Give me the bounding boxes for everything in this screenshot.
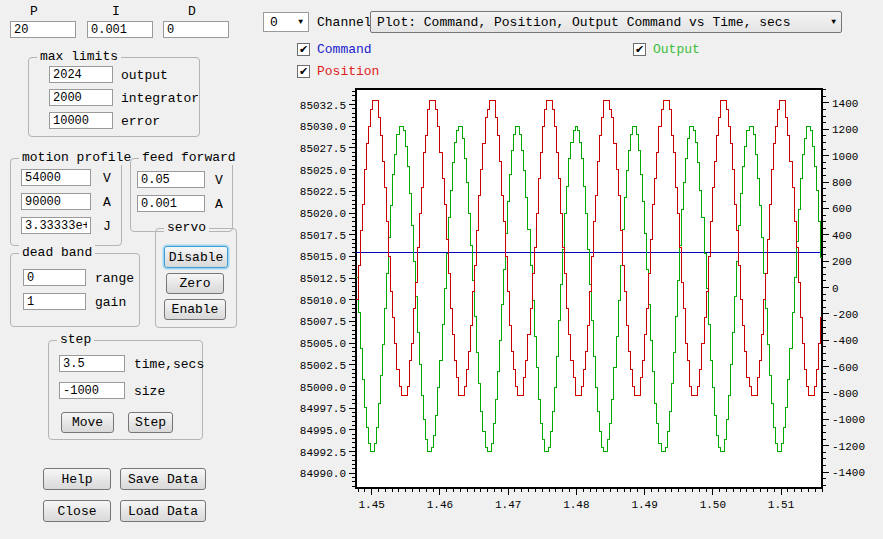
command-checkbox[interactable]: ✔: [297, 43, 310, 56]
move-button[interactable]: Move: [61, 412, 114, 433]
svg-text:85017.5: 85017.5: [300, 230, 346, 242]
svg-text:1.50: 1.50: [700, 499, 726, 511]
step-button[interactable]: Step: [128, 412, 173, 433]
svg-text:85027.5: 85027.5: [300, 143, 346, 155]
group-feed-forward-title: feed forward: [139, 150, 239, 165]
svg-text:85025.0: 85025.0: [300, 165, 346, 177]
servo-tuning-window: P I D max limits output integrator error…: [0, 0, 883, 539]
svg-text:85010.0: 85010.0: [300, 295, 346, 307]
checkmark-icon: ✔: [299, 43, 308, 56]
pid-i-label: I: [112, 4, 120, 19]
group-motion-profile-title: motion profile: [19, 150, 134, 165]
svg-text:85005.0: 85005.0: [300, 338, 346, 350]
output-label: Output: [653, 42, 700, 57]
max-output-input[interactable]: [49, 66, 113, 83]
step-time-input[interactable]: [59, 355, 125, 372]
step-size-label: size: [134, 384, 165, 399]
group-max-limits-title: max limits: [37, 49, 121, 64]
motion-velocity-label: V: [103, 171, 111, 186]
svg-text:1000: 1000: [832, 151, 858, 163]
svg-text:1.46: 1.46: [427, 499, 453, 511]
ff-velocity-label: V: [215, 173, 223, 188]
motion-jerk-label: J: [103, 219, 111, 234]
group-servo: servo Disable Zero Enable: [155, 228, 237, 328]
help-button[interactable]: Help: [43, 468, 111, 490]
svg-text:84995.0: 84995.0: [300, 425, 346, 437]
plot-area: 85032.585030.085027.585025.085022.585020…: [300, 85, 883, 539]
servo-enable-button[interactable]: Enable: [164, 299, 226, 320]
max-error-label: error: [121, 114, 160, 129]
ff-accel-input[interactable]: [137, 195, 205, 212]
svg-text:85022.5: 85022.5: [300, 186, 346, 198]
svg-text:-600: -600: [832, 362, 858, 374]
svg-text:400: 400: [832, 230, 852, 242]
position-checkbox[interactable]: ✔: [297, 65, 310, 78]
svg-text:1.49: 1.49: [631, 499, 657, 511]
step-time-label: time,secs: [134, 357, 204, 372]
svg-text:1200: 1200: [832, 124, 858, 136]
channel-label: Channel: [317, 15, 372, 30]
motion-velocity-input[interactable]: [21, 169, 91, 186]
svg-text:85032.5: 85032.5: [300, 100, 346, 112]
output-checkbox[interactable]: ✔: [633, 43, 646, 56]
group-dead-band: dead band range gain: [10, 253, 140, 327]
channel-select[interactable]: 0 ▼: [263, 12, 309, 32]
command-label: Command: [317, 42, 372, 57]
svg-text:-1400: -1400: [832, 467, 865, 479]
close-button[interactable]: Close: [43, 500, 111, 522]
max-integrator-input[interactable]: [49, 89, 113, 106]
step-size-input[interactable]: [59, 382, 125, 399]
chevron-down-icon: ▼: [831, 18, 841, 26]
plot-select-value: Plot: Command, Position, Output Command …: [371, 15, 790, 30]
svg-text:800: 800: [832, 177, 852, 189]
checkmark-icon: ✔: [299, 65, 308, 78]
svg-text:85012.5: 85012.5: [300, 273, 346, 285]
svg-text:600: 600: [832, 203, 852, 215]
group-step-title: step: [57, 332, 94, 347]
motion-accel-input[interactable]: [21, 193, 91, 210]
svg-text:84992.5: 84992.5: [300, 447, 346, 459]
svg-text:84997.5: 84997.5: [300, 403, 346, 415]
servo-zero-button[interactable]: Zero: [166, 273, 224, 294]
pid-p-input[interactable]: [10, 21, 76, 38]
svg-text:85000.0: 85000.0: [300, 382, 346, 394]
svg-text:84990.0: 84990.0: [300, 468, 346, 480]
pid-i-input[interactable]: [87, 21, 153, 38]
checkmark-icon: ✔: [635, 43, 644, 56]
pid-d-input[interactable]: [163, 21, 229, 38]
deadband-range-input[interactable]: [23, 269, 86, 286]
channel-value: 0: [264, 15, 278, 30]
max-integrator-label: integrator: [121, 91, 199, 106]
save-data-button[interactable]: Save Data: [120, 468, 206, 490]
servo-disable-button[interactable]: Disable: [164, 246, 228, 268]
chevron-down-icon: ▼: [298, 18, 308, 26]
group-dead-band-title: dead band: [19, 245, 95, 260]
svg-text:-200: -200: [832, 309, 858, 321]
group-max-limits: max limits output integrator error: [28, 57, 200, 137]
position-label: Position: [317, 64, 379, 79]
svg-text:85030.0: 85030.0: [300, 121, 346, 133]
group-servo-title: servo: [164, 220, 209, 235]
svg-text:1.51: 1.51: [768, 499, 795, 511]
svg-text:85007.5: 85007.5: [300, 316, 346, 328]
plot-canvas: 85032.585030.085027.585025.085022.585020…: [300, 85, 883, 539]
pid-d-label: D: [188, 4, 196, 19]
svg-text:1.48: 1.48: [563, 499, 589, 511]
max-output-label: output: [121, 68, 168, 83]
group-step: step time,secs size Move Step: [48, 340, 203, 440]
motion-jerk-input[interactable]: [21, 217, 91, 234]
svg-text:0: 0: [832, 283, 839, 295]
svg-text:1400: 1400: [832, 98, 858, 110]
svg-text:-400: -400: [832, 335, 858, 347]
svg-text:-1000: -1000: [832, 414, 865, 426]
plot-select[interactable]: Plot: Command, Position, Output Command …: [370, 11, 842, 33]
svg-text:1.47: 1.47: [495, 499, 521, 511]
deadband-gain-label: gain: [95, 295, 126, 310]
deadband-gain-input[interactable]: [23, 293, 86, 310]
max-error-input[interactable]: [49, 112, 113, 129]
svg-text:85002.5: 85002.5: [300, 360, 346, 372]
ff-velocity-input[interactable]: [137, 171, 205, 188]
load-data-button[interactable]: Load Data: [120, 500, 206, 522]
ff-accel-label: A: [215, 197, 223, 212]
svg-text:200: 200: [832, 256, 852, 268]
